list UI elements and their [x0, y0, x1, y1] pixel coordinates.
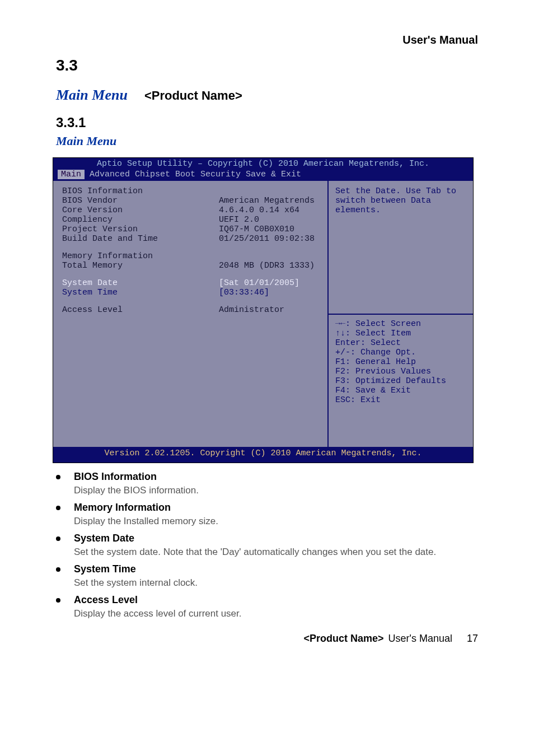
bios-row-label: Compliency [62, 215, 219, 225]
bios-key-hint: →←: Select Screen [335, 319, 466, 329]
bios-key-hint: ESC: Exit [335, 395, 466, 405]
bios-key-hint: F4: Save & Exit [335, 386, 466, 395]
bios-row-value: 01/25/2011 09:02:38 [219, 234, 318, 244]
bios-date-value: [Sat 01/01/2005] [219, 278, 318, 288]
list-item: BIOS InformationDisplay the BIOS informa… [56, 471, 478, 496]
bios-help-line: Set the Date. Use Tab to [335, 186, 466, 196]
list-item: Access LevelDisplay the access level of … [56, 594, 478, 619]
bios-time-label: System Time [62, 288, 219, 297]
footer-page-number: 17 [467, 633, 478, 645]
section-title: Main Menu [56, 87, 128, 104]
bullet-desc: Set the system date. Note that the 'Day'… [74, 547, 436, 558]
bios-key-hint: F1: General Help [335, 357, 466, 367]
bullet-desc: Set the system internal clock. [74, 577, 198, 589]
page-header: User's Manual [56, 34, 478, 46]
bullet-desc: Display the access level of current user… [74, 608, 242, 619]
bios-footer: Version 2.02.1205. Copyright (C) 2010 Am… [53, 447, 473, 460]
bullet-list: BIOS InformationDisplay the BIOS informa… [56, 471, 478, 619]
footer-product: <Product Name> [303, 633, 383, 645]
bullet-desc: Display the Installed memory size. [74, 516, 218, 527]
bios-key-hint: F3: Optimized Defaults [335, 376, 466, 386]
footer-label: User's Manual [388, 633, 452, 645]
bios-info-header: BIOS Information [62, 186, 219, 196]
bios-row-label: Core Version [62, 206, 219, 215]
bullet-icon [56, 567, 60, 572]
bios-mem-value: 2048 MB (DDR3 1333) [219, 261, 318, 270]
bios-access-value: Administrator [219, 305, 318, 315]
bullet-heading: Memory Information [74, 502, 218, 514]
list-item: System DateSet the system date. Note tha… [56, 533, 478, 558]
bios-mem-header: Memory Information [62, 251, 219, 261]
bullet-icon [56, 598, 60, 603]
bullet-icon [56, 475, 60, 479]
bios-help-line: switch between Data elements. [335, 196, 466, 215]
section-number: 3.3 [56, 57, 78, 74]
bios-key-hint: F2: Previous Values [335, 367, 466, 376]
product-name: <Product Name> [144, 88, 242, 103]
bios-help-pane: Set the Date. Use Tab to switch between … [327, 181, 473, 447]
bios-row-value: American Megatrends [219, 196, 318, 206]
bios-time-value: [03:33:46] [219, 288, 318, 297]
bios-key-hint: +/-: Change Opt. [335, 348, 466, 357]
bullet-icon [56, 536, 60, 541]
subsection-number: 3.3.1 [56, 115, 478, 130]
bios-row-value: IQ67-M C0B0X010 [219, 225, 318, 234]
subsection-title: Main Menu [56, 134, 478, 148]
bios-menu-rest: Advanced Chipset Boot Security Save & Ex… [85, 170, 301, 179]
page: User's Manual 3.3 Main Menu <Product Nam… [0, 0, 534, 645]
bios-main-pane: BIOS Information BIOS VendorAmerican Meg… [53, 181, 327, 447]
bullet-heading: BIOS Information [74, 471, 199, 483]
bios-title: Aptio Setup Utility – Copyright (C) 2010… [53, 158, 473, 170]
bios-row-label: Project Version [62, 225, 219, 234]
bios-row-label: BIOS Vendor [62, 196, 219, 206]
bios-mem-label: Total Memory [62, 261, 219, 270]
bios-menu-bar: Main Advanced Chipset Boot Security Save… [53, 170, 473, 181]
bios-row-value: UEFI 2.0 [219, 215, 318, 225]
bullet-heading: Access Level [74, 594, 242, 606]
bullet-heading: System Time [74, 563, 198, 575]
list-item: Memory InformationDisplay the Installed … [56, 502, 478, 527]
bios-row-label: Build Date and Time [62, 234, 219, 244]
bios-key-hint: ↑↓: Select Item [335, 329, 466, 338]
bios-key-hint: Enter: Select [335, 338, 466, 348]
bios-menu-selected: Main [58, 170, 85, 179]
bios-row-value: 4.6.4.0 0.14 x64 [219, 206, 318, 215]
bullet-icon [56, 506, 60, 510]
bios-screenshot: Aptio Setup Utility – Copyright (C) 2010… [53, 157, 474, 463]
bullet-heading: System Date [74, 533, 436, 544]
bios-access-label: Access Level [62, 305, 219, 315]
list-item: System TimeSet the system internal clock… [56, 563, 478, 589]
bios-date-label: System Date [62, 278, 219, 288]
bullet-desc: Display the BIOS information. [74, 485, 199, 496]
page-footer: <Product Name> User's Manual 17 [56, 633, 478, 645]
